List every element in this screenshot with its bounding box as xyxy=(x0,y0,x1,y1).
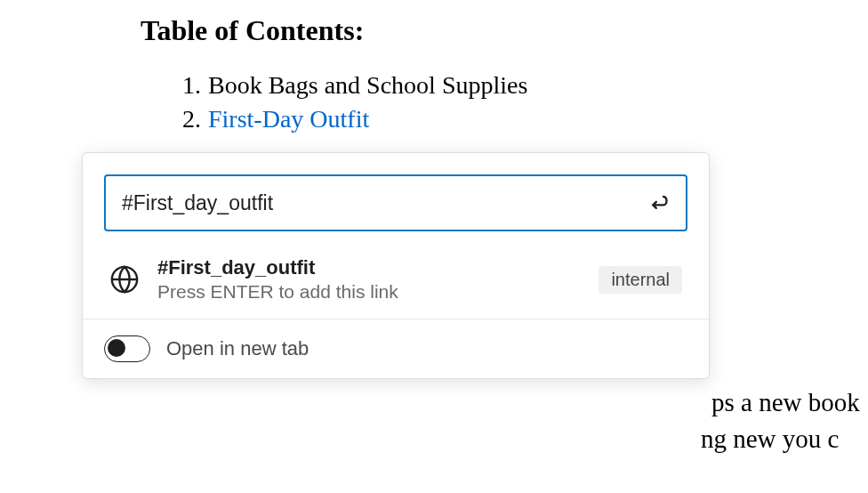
toc-heading: Table of Contents: xyxy=(141,14,868,47)
popover-footer: Open in new tab xyxy=(83,319,709,378)
link-input-box[interactable] xyxy=(104,174,687,231)
toc-item: 1. Book Bags and School Supplies xyxy=(178,69,868,102)
new-tab-toggle[interactable] xyxy=(104,335,150,362)
document-content: Table of Contents: 1. Book Bags and Scho… xyxy=(0,14,868,137)
toc-item: 2. First-Day Outfit xyxy=(178,102,868,137)
link-url-input[interactable] xyxy=(122,191,634,215)
suggestion-hint: Press ENTER to add this link xyxy=(157,281,581,303)
link-input-container xyxy=(83,153,709,244)
body-text-line: ng new you c xyxy=(701,421,868,457)
toc-item-link[interactable]: First-Day Outfit xyxy=(208,102,369,137)
suggestion-text: #First_day_outfit Press ENTER to add thi… xyxy=(157,256,581,303)
toc-item-number: 2. xyxy=(178,102,201,137)
link-type-badge: internal xyxy=(599,266,682,294)
link-popover: #First_day_outfit Press ENTER to add thi… xyxy=(82,152,710,379)
toc-item-number: 1. xyxy=(178,69,201,102)
body-text-line: ps a new book xyxy=(711,384,868,421)
suggestion-title: #First_day_outfit xyxy=(157,256,581,279)
new-tab-toggle-label: Open in new tab xyxy=(166,337,309,360)
link-suggestion-row[interactable]: #First_day_outfit Press ENTER to add thi… xyxy=(83,244,709,319)
toc-item-label: Book Bags and School Supplies xyxy=(208,69,527,102)
submit-icon[interactable] xyxy=(645,190,670,215)
toggle-knob xyxy=(108,339,125,357)
body-text-fragment: ps a new book ng new you c xyxy=(711,384,868,457)
globe-icon xyxy=(109,264,140,295)
toc-list: 1. Book Bags and School Supplies 2. Firs… xyxy=(141,69,868,137)
